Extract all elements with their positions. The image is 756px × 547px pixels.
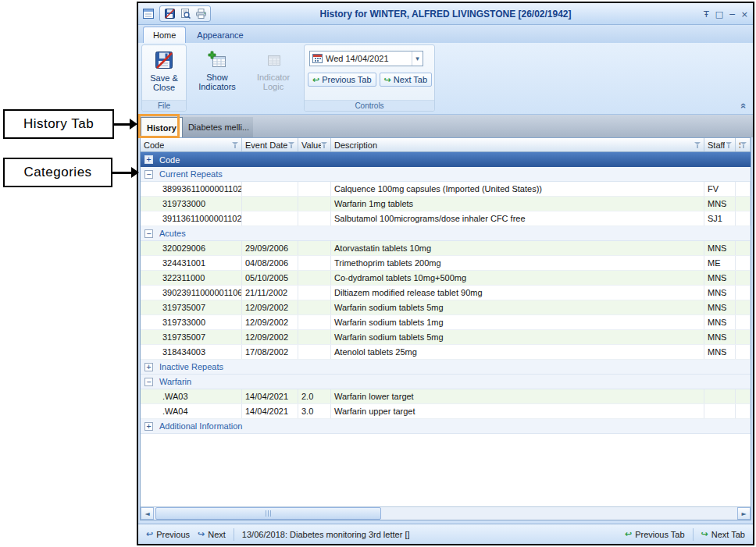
titlebar[interactable]: History for WINTER, ALFRED LIVINGSTONE [… [138,3,753,25]
category-row[interactable]: −Acutes [141,226,751,241]
save-close-button[interactable]: Save & Close [142,45,186,92]
print-preview-icon[interactable] [178,7,192,20]
status-cell [736,330,751,344]
status-cell [736,345,751,359]
column-header-staff[interactable]: Staff [704,138,736,151]
table-row[interactable]: 39113611000001102Salbutamol 100microgram… [141,211,751,226]
filter-icon[interactable] [694,141,701,149]
minimize-icon[interactable]: ─ [729,10,735,19]
next-tab-button-status[interactable]: ↪ Next Tab [701,529,745,539]
column-header-value[interactable]: Value [298,138,331,151]
previous-tab-button-status[interactable]: ↩ Previous Tab [625,529,685,539]
description-cell: Trimethoprim tablets 200mg [331,256,704,270]
indicator-logic-button[interactable]: Indicator Logic [248,44,299,112]
scrollbar-thumb[interactable] [155,507,381,520]
event-date-cell: 12/09/2002 [242,315,298,329]
filter-icon[interactable] [740,141,747,149]
filter-icon[interactable] [321,141,328,149]
table-row[interactable]: 38993611000001102Calquence 100mg capsule… [141,182,751,197]
column-label: Staff [708,140,725,150]
collapse-ribbon-icon[interactable]: « [738,103,750,108]
expand-icon[interactable]: + [144,422,153,431]
event-date-cell: 12/09/2002 [242,330,298,344]
next-tab-button[interactable]: ↪ Next Tab [380,73,432,87]
event-date-cell: 21/11/2002 [242,286,298,300]
tab-diabetes[interactable]: Diabetes melli... [183,117,253,137]
next-icon: ↪ [198,529,205,539]
table-row[interactable]: 32002900629/09/2006Atorvastatin tablets … [141,241,751,256]
table-row[interactable]: .WA0414/04/20213.0Warfarin upper target [141,404,751,419]
status-cell [736,286,751,300]
column-header-event-date[interactable]: Event Date [242,138,298,151]
previous-icon: ↩ [146,529,153,539]
show-indicators-button[interactable]: Show Indicators [191,44,243,112]
tab-appearance[interactable]: Appearance [187,27,252,43]
column-header-description[interactable]: Description [331,138,704,151]
table-row[interactable]: 31843400317/08/2002Atenolol tablets 25mg… [141,345,751,360]
previous-tab-status-label: Previous Tab [635,530,684,539]
event-date-cell: 14/04/2021 [242,389,298,403]
group-band-row[interactable]: +Code [141,152,751,167]
value-cell [298,286,331,300]
filter-icon[interactable] [288,141,295,149]
column-header-st[interactable]: St [736,138,751,151]
code-cell: 319735007 [141,300,242,314]
tab-history[interactable]: History [141,117,183,137]
table-row[interactable]: 31973500712/09/2002Warfarin sodium table… [141,300,751,315]
window-menu-icon[interactable] [141,7,155,20]
save-close-label: Save & Close [142,73,186,92]
scroll-left-icon[interactable]: ◄ [141,507,154,520]
collapse-icon[interactable]: − [144,229,153,238]
collapse-icon[interactable]: − [144,378,153,386]
event-date-cell: 04/08/2006 [242,256,298,270]
previous-button[interactable]: ↩ Previous [146,529,190,539]
scrollbar-grip [265,509,272,518]
row-label: Code [159,155,180,165]
print-icon[interactable] [194,7,208,20]
indicator-logic-label: Indicator Logic [248,73,299,91]
code-cell: .WA04 [141,404,242,418]
save-icon[interactable] [162,7,177,20]
horizontal-scrollbar[interactable]: ◄ ► [141,506,751,520]
value-cell: 3.0 [298,404,331,418]
column-header-code[interactable]: Code [141,138,242,151]
pin-icon[interactable]: Ŧ [704,10,709,19]
staff-cell: MNS [704,300,736,314]
next-button[interactable]: ↪ Next [198,529,226,539]
app-window: History for WINTER, ALFRED LIVINGSTONE [… [137,2,754,545]
calendar-icon [312,53,323,65]
filter-icon[interactable] [726,141,733,149]
quick-access-toolbar [159,5,211,22]
category-row[interactable]: −Current Repeats [141,167,751,182]
category-row[interactable]: +Inactive Repeats [141,360,751,375]
scroll-right-icon[interactable]: ► [737,507,751,520]
table-row[interactable]: .WA0314/04/20212.0Warfarin lower target [141,389,751,404]
expand-icon[interactable]: + [144,155,153,164]
annotation-categories: Categories [3,158,112,187]
table-row[interactable]: 32443100104/08/2006Trimethoprim tablets … [141,256,751,271]
category-row[interactable]: −Warfarin [141,375,751,389]
collapse-icon[interactable]: − [144,170,153,179]
tab-home[interactable]: Home [143,27,186,43]
event-date-cell: 14/04/2021 [242,404,298,418]
previous-tab-button[interactable]: ↩ Previous Tab [308,73,376,87]
table-row[interactable]: 31973500712/09/2002Warfarin sodium table… [141,330,751,345]
expand-icon[interactable]: + [144,363,153,371]
table-row[interactable]: 319733000Warfarin 1mg tabletsMNS [141,197,751,211]
chevron-down-icon[interactable]: ▾ [412,52,423,66]
annotation-history-tab-label: History Tab [23,116,94,132]
previous-tab-label: Previous Tab [322,75,371,84]
staff-cell: SJ1 [704,211,736,226]
category-row[interactable]: +Additional Information [141,419,751,434]
table-row[interactable]: 31973300012/09/2002Warfarin sodium table… [141,315,751,330]
table-row[interactable]: 32231100005/10/2005Co-dydramol tablets 1… [141,271,751,286]
staff-cell: MNS [704,345,736,359]
staff-cell: MNS [704,271,736,285]
indicator-logic-icon [263,49,284,71]
table-row[interactable]: 3902391100000110621/11/2002Diltiazem mod… [141,286,751,300]
filter-icon[interactable] [232,141,239,149]
date-field[interactable]: Wed 14/04/2021 ▾ [309,51,423,66]
maximize-icon[interactable]: □ [715,10,723,19]
ribbon: Save & Close File Show Indicators Indica… [138,43,753,115]
close-icon[interactable]: × [741,10,748,19]
